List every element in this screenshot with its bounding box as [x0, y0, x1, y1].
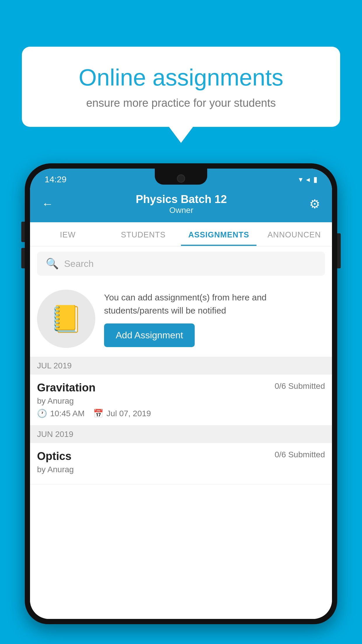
- assignment-meta-gravitation: 🕐 10:45 AM 📅 Jul 07, 2019: [37, 409, 325, 418]
- phone-outer: 14:29 ▾ ◂ ▮ ← Physics Batch 12 Owner ⚙ I…: [25, 163, 337, 624]
- promo-icon-circle: 📒: [37, 290, 95, 348]
- assignment-author-optics: by Anurag: [37, 465, 325, 474]
- search-placeholder: Search: [64, 258, 94, 269]
- search-icon: 🔍: [46, 258, 59, 270]
- top-bar-subtitle: Owner: [53, 206, 309, 215]
- tab-students[interactable]: STUDENTS: [106, 222, 181, 246]
- add-assignment-button[interactable]: Add Assignment: [104, 323, 195, 347]
- assignment-status-gravitation: 0/6 Submitted: [275, 382, 325, 391]
- assignment-date-value: Jul 07, 2019: [106, 409, 151, 418]
- bubble-subtitle: ensure more practice for your students: [42, 97, 320, 109]
- vol-up-button[interactable]: [21, 222, 25, 242]
- promo-section: 📒 You can add assignment(s) from here an…: [30, 281, 332, 357]
- assignment-name-optics: Optics: [37, 450, 71, 463]
- top-bar: ← Physics Batch 12 Owner ⚙: [30, 188, 332, 222]
- search-bar[interactable]: 🔍 Search: [37, 252, 325, 276]
- assignment-row-top: Gravitation 0/6 Submitted: [37, 382, 325, 394]
- bubble-title: Online assignments: [42, 64, 320, 91]
- section-jun-2019: JUN 2019: [30, 426, 332, 443]
- battery-icon: ▮: [313, 175, 317, 184]
- assignment-name-gravitation: Gravitation: [37, 382, 96, 394]
- phone-screen: 14:29 ▾ ◂ ▮ ← Physics Batch 12 Owner ⚙ I…: [30, 169, 332, 619]
- assignment-time-gravitation: 🕐 10:45 AM: [37, 409, 85, 418]
- top-bar-title: Physics Batch 12: [53, 193, 309, 206]
- speech-bubble: Online assignments ensure more practice …: [22, 47, 340, 127]
- assignment-gravitation[interactable]: Gravitation 0/6 Submitted by Anurag 🕐 10…: [30, 374, 332, 426]
- assignment-author-gravitation: by Anurag: [37, 396, 325, 406]
- calendar-icon: 📅: [93, 409, 103, 418]
- back-button[interactable]: ←: [42, 197, 53, 211]
- assignment-status-optics: 0/6 Submitted: [275, 450, 325, 459]
- tab-assignments[interactable]: ASSIGNMENTS: [181, 222, 256, 246]
- search-bar-wrap: 🔍 Search: [30, 246, 332, 281]
- signal-icon: ◂: [306, 175, 310, 184]
- assignment-time-value: 10:45 AM: [50, 409, 85, 418]
- status-time: 14:29: [45, 174, 66, 184]
- settings-button[interactable]: ⚙: [309, 197, 320, 211]
- top-bar-title-area: Physics Batch 12 Owner: [53, 193, 309, 215]
- screen-content: 🔍 Search 📒 You can add assignment(s) fro…: [30, 246, 332, 619]
- wifi-icon: ▾: [299, 175, 303, 184]
- phone-notch: [155, 169, 207, 185]
- phone-container: 14:29 ▾ ◂ ▮ ← Physics Batch 12 Owner ⚙ I…: [25, 163, 337, 644]
- tab-announcements[interactable]: ANNOUNCEN: [256, 222, 332, 246]
- promo-description: You can add assignment(s) from here and …: [104, 291, 325, 317]
- clock-icon: 🕐: [37, 409, 47, 418]
- status-icons: ▾ ◂ ▮: [299, 175, 317, 184]
- tabs: IEW STUDENTS ASSIGNMENTS ANNOUNCEN: [30, 222, 332, 246]
- camera: [177, 174, 185, 183]
- assignment-optics[interactable]: Optics 0/6 Submitted by Anurag: [30, 443, 332, 484]
- assignment-row-top-optics: Optics 0/6 Submitted: [37, 450, 325, 463]
- power-button[interactable]: [337, 233, 341, 268]
- tab-iew[interactable]: IEW: [30, 222, 106, 246]
- section-jul-2019: JUL 2019: [30, 357, 332, 374]
- vol-down-button[interactable]: [21, 248, 25, 268]
- promo-text-area: You can add assignment(s) from here and …: [104, 291, 325, 347]
- notebook-icon: 📒: [50, 304, 82, 334]
- assignment-date-gravitation: 📅 Jul 07, 2019: [93, 409, 151, 418]
